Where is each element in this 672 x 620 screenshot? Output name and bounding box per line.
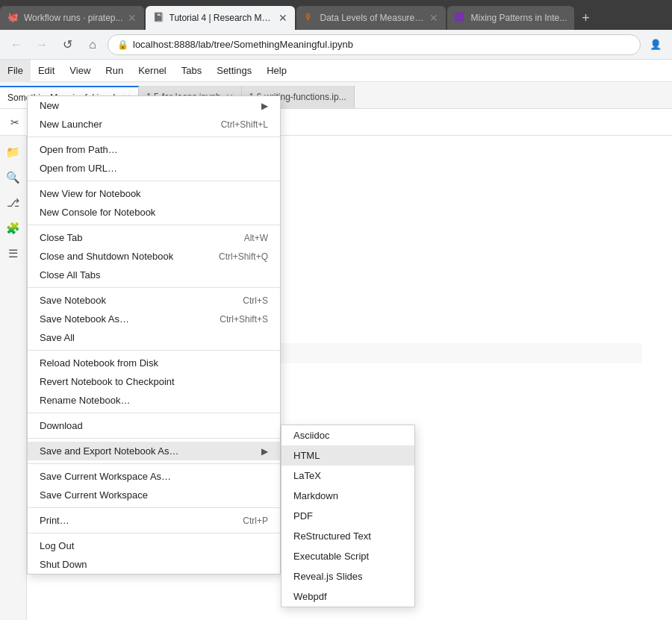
file-menu-item-new-console[interactable]: New Console for Notebook	[28, 203, 280, 222]
print-shortcut: Ctrl+P	[243, 516, 268, 526]
file-menu-item-export[interactable]: Save and Export Notebook As… ▶	[28, 442, 280, 460]
file-menu: New ▶ New Launcher Ctrl+Shift+L Open fro…	[27, 95, 281, 574]
browser-tab-2[interactable]: 📓 Tutorial 4 | Research Metho... ✕	[146, 6, 295, 30]
file-menu-item-logout[interactable]: Log Out	[28, 536, 280, 555]
address-url: localhost:8888/lab/tree/SomethingMeaning…	[133, 39, 631, 50]
submenu-item-markdown[interactable]: Markdown	[281, 486, 414, 506]
menu-item-settings[interactable]: Settings	[209, 60, 259, 82]
file-menu-new-label: New	[40, 100, 59, 111]
profile-button[interactable]: 👤	[645, 34, 666, 55]
file-menu-item-close-tab[interactable]: Close Tab Alt+W	[28, 228, 280, 247]
back-button[interactable]: ←	[6, 34, 27, 55]
file-menu-item-new-launcher[interactable]: New Launcher Ctrl+Shift+L	[28, 115, 280, 134]
menu-separator-9	[28, 507, 280, 508]
submenu-item-rst[interactable]: ReStructured Text	[281, 526, 414, 546]
save-workspace-label: Save Current Workspace	[40, 489, 148, 501]
sidebar-menu-icon[interactable]: ☰	[3, 243, 24, 264]
tab2-close[interactable]: ✕	[279, 12, 287, 24]
forward-button[interactable]: →	[31, 34, 52, 55]
cut-button[interactable]: ✂	[4, 112, 25, 133]
export-arrow: ▶	[261, 446, 268, 457]
file-menu-item-save-as[interactable]: Save Notebook As… Ctrl+Shift+S	[28, 310, 280, 328]
new-tab-button[interactable]: +	[576, 10, 596, 26]
sidebar-extensions-icon[interactable]: 🧩	[3, 218, 24, 239]
close-tab-label: Close Tab	[40, 232, 83, 243]
menu-item-help[interactable]: Help	[259, 60, 294, 82]
tab4-favicon: 🅽	[455, 12, 467, 24]
print-label: Print…	[40, 515, 69, 526]
menu-item-run[interactable]: Run	[98, 60, 131, 82]
file-menu-item-close-all[interactable]: Close All Tabs	[28, 266, 280, 284]
new-console-label: New Console for Notebook	[40, 207, 155, 218]
menu-item-edit[interactable]: Edit	[31, 60, 62, 82]
file-menu-new-launcher-shortcut: Ctrl+Shift+L	[221, 119, 268, 130]
file-menu-item-new[interactable]: New ▶	[28, 96, 280, 115]
save-as-shortcut: Ctrl+Shift+S	[220, 314, 268, 325]
home-button[interactable]: ⌂	[82, 34, 103, 55]
file-menu-item-close-shutdown[interactable]: Close and Shutdown Notebook Ctrl+Shift+Q	[28, 247, 280, 266]
menu-separator-7	[28, 438, 280, 439]
open-url-label: Open from URL…	[40, 163, 117, 174]
menu-bar: File Edit View Run Kernel Tabs Settings …	[0, 60, 672, 82]
rename-label: Rename Notebook…	[40, 395, 130, 406]
browser-chrome: 🐙 Workflow runs · piratep... ✕ 📓 Tutoria…	[0, 0, 672, 30]
menu-item-file[interactable]: File	[0, 60, 31, 82]
menu-separator-6	[28, 413, 280, 413]
submenu-item-html[interactable]: HTML	[281, 445, 414, 466]
sidebar-search-icon[interactable]: 🔍	[3, 167, 24, 188]
submenu-item-asciidoc[interactable]: Asciidoc	[281, 425, 414, 445]
submenu-item-script[interactable]: Executable Script	[281, 546, 414, 566]
tab3-title: Data Levels of Measurem...	[320, 13, 425, 23]
file-menu-item-download[interactable]: Download	[28, 416, 280, 435]
menu-item-kernel[interactable]: Kernel	[131, 60, 174, 82]
browser-tab-4[interactable]: 🅽 Mixing Patterns in Inte...	[447, 6, 575, 30]
submenu-item-webpdf[interactable]: Webpdf	[281, 586, 414, 607]
menu-item-view[interactable]: View	[62, 60, 98, 82]
file-menu-item-reload[interactable]: Reload Notebook from Disk	[28, 354, 280, 372]
file-menu-item-open-url[interactable]: Open from URL…	[28, 159, 280, 178]
submenu-item-pdf[interactable]: PDF	[281, 506, 414, 526]
file-menu-item-shutdown[interactable]: Shut Down	[28, 555, 280, 574]
file-menu-item-new-view[interactable]: New View for Notebook	[28, 184, 280, 203]
file-menu-item-rename[interactable]: Rename Notebook…	[28, 391, 280, 410]
save-all-label: Save All	[40, 332, 75, 343]
menu-item-tabs[interactable]: Tabs	[174, 60, 209, 82]
menu-separator-10	[28, 533, 280, 533]
close-all-label: Close All Tabs	[40, 269, 100, 281]
submenu-item-latex[interactable]: LaTeX	[281, 466, 414, 486]
open-path-label: Open from Path…	[40, 144, 118, 155]
file-menu-item-revert[interactable]: Revert Notebook to Checkpoint	[28, 372, 280, 391]
save-workspace-as-label: Save Current Workspace As…	[40, 471, 171, 482]
address-bar[interactable]: 🔒 localhost:8888/lab/tree/SomethingMeani…	[108, 34, 641, 55]
menu-separator-1	[28, 137, 280, 137]
file-menu-item-open-path[interactable]: Open from Path…	[28, 140, 280, 159]
browser-tabs: 🐙 Workflow runs · piratep... ✕ 📓 Tutoria…	[0, 0, 596, 30]
menu-separator-2	[28, 181, 280, 181]
close-shutdown-label: Close and Shutdown Notebook	[40, 251, 173, 262]
tab1-close[interactable]: ✕	[128, 12, 137, 24]
menu-separator-8	[28, 463, 280, 464]
submenu-item-revealjs[interactable]: Reveal.js Slides	[281, 566, 414, 586]
tab2-title: Tutorial 4 | Research Metho...	[169, 13, 274, 23]
file-menu-item-print[interactable]: Print… Ctrl+P	[28, 511, 280, 530]
tab2-favicon: 📓	[153, 12, 165, 24]
file-menu-item-save-workspace-as[interactable]: Save Current Workspace As…	[28, 467, 280, 486]
close-shutdown-shortcut: Ctrl+Shift+Q	[219, 251, 268, 262]
file-menu-new-launcher-label: New Launcher	[40, 119, 102, 130]
browser-tab-3[interactable]: 🎙 Data Levels of Measurem... ✕	[296, 6, 446, 30]
reload-button[interactable]: ↺	[57, 34, 78, 55]
sidebar-folder-icon[interactable]: 📁	[3, 142, 24, 163]
menu-separator-4	[28, 287, 280, 288]
save-shortcut: Ctrl+S	[243, 295, 268, 306]
save-label: Save Notebook	[40, 295, 106, 306]
file-menu-item-save-all[interactable]: Save All	[28, 328, 280, 347]
revert-label: Revert Notebook to Checkpoint	[40, 376, 175, 387]
file-menu-item-save[interactable]: Save Notebook Ctrl+S	[28, 291, 280, 310]
reload-label: Reload Notebook from Disk	[40, 357, 158, 369]
new-view-label: New View for Notebook	[40, 188, 141, 199]
sidebar-git-icon[interactable]: ⎇	[3, 192, 24, 213]
browser-tab-1[interactable]: 🐙 Workflow runs · piratep... ✕	[0, 6, 144, 30]
tab3-close[interactable]: ✕	[429, 12, 438, 24]
menu-separator-5	[28, 350, 280, 351]
file-menu-item-save-workspace[interactable]: Save Current Workspace	[28, 486, 280, 504]
